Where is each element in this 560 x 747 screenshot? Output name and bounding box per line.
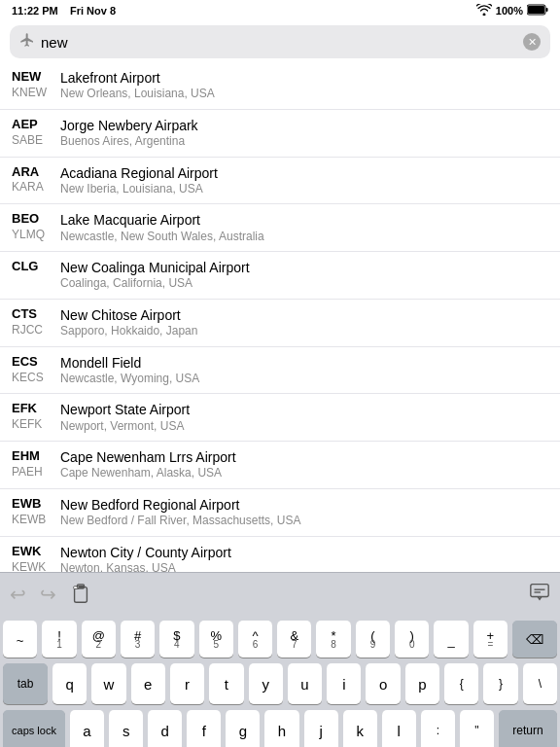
list-item[interactable]: ARA KARA Acadiana Regional Airport New I…	[0, 158, 560, 205]
airport-codes: CLG	[12, 259, 60, 275]
status-indicators: 100%	[476, 4, 548, 18]
key-l[interactable]: l	[382, 710, 416, 747]
airport-list: NEW KNEW Lakefront Airport New Orleans, …	[0, 62, 560, 572]
key-w[interactable]: w	[91, 663, 125, 704]
list-item[interactable]: BEO YLMQ Lake Macquarie Airport Newcastl…	[0, 204, 560, 252]
list-item[interactable]: EFK KEFK Newport State Airport Newport, …	[0, 394, 560, 442]
key-rparen[interactable]: )0	[395, 621, 429, 658]
key-lparen[interactable]: (9	[356, 621, 390, 658]
search-clear-button[interactable]: ✕	[523, 33, 541, 51]
airport-iata: NEW	[12, 69, 60, 86]
key-at[interactable]: @2	[82, 621, 116, 658]
airport-name: Newport State Airport	[60, 401, 548, 418]
paste-button[interactable]	[70, 584, 91, 605]
airport-info: Mondell Field Newcastle, Wyoming, USA	[60, 354, 548, 387]
key-plus[interactable]: +=	[473, 621, 508, 658]
status-time-date: 11:22 PM Fri Nov 8	[12, 5, 116, 17]
key-j[interactable]: j	[304, 710, 338, 747]
key-y[interactable]: y	[249, 663, 283, 704]
capslock-key[interactable]: caps lock	[3, 710, 65, 747]
status-time: 11:22 PM	[12, 5, 58, 17]
key-u[interactable]: u	[288, 663, 322, 704]
key-hash[interactable]: #3	[121, 621, 155, 658]
airport-info: Lake Macquarie Airport Newcastle, New So…	[60, 211, 548, 244]
delete-key[interactable]: ⌫	[512, 621, 557, 658]
airport-name: New Chitose Airport	[60, 306, 548, 324]
key-i[interactable]: i	[327, 663, 361, 704]
key-k[interactable]: k	[343, 710, 377, 747]
airport-location: Cape Newenham, Alaska, USA	[60, 466, 548, 481]
list-item[interactable]: ECS KECS Mondell Field Newcastle, Wyomin…	[0, 347, 560, 395]
airport-location: Newton, Kansas, USA	[60, 561, 548, 572]
undo-button[interactable]: ↩	[10, 583, 26, 606]
redo-button[interactable]: ↪	[40, 583, 56, 606]
key-lbrace[interactable]: {	[444, 663, 478, 704]
key-tilde[interactable]: ~	[3, 621, 37, 658]
airport-name: New Coalinga Municipal Airport	[60, 259, 548, 276]
list-item[interactable]: AEP SABE Jorge Newbery Airpark Buenos Ai…	[0, 110, 560, 158]
airport-location: Sapporo, Hokkaido, Japan	[60, 324, 548, 339]
key-colon[interactable]: :	[421, 710, 455, 747]
keyboard: ~ !1 @2 #3 $4 %5 ^6 &7 *8 (9 )0 _ += ⌫ t…	[0, 615, 560, 747]
airport-info: Acadiana Regional Airport New Iberia, Lo…	[60, 164, 548, 197]
airport-location: Newcastle, Wyoming, USA	[60, 372, 548, 387]
airport-icao: SABE	[12, 133, 60, 149]
list-item[interactable]: CLG New Coalinga Municipal Airport Coali…	[0, 252, 560, 300]
key-q[interactable]: q	[52, 663, 87, 704]
airport-info: Newton City / County Airport Newton, Kan…	[60, 544, 548, 572]
list-item[interactable]: NEW KNEW Lakefront Airport New Orleans, …	[0, 62, 560, 110]
key-r[interactable]: r	[170, 663, 204, 704]
key-p[interactable]: p	[405, 663, 439, 704]
key-dollar[interactable]: $4	[159, 621, 193, 658]
airport-info: Newport State Airport Newport, Vermont, …	[60, 401, 548, 434]
airport-info: New Coalinga Municipal Airport Coalinga,…	[60, 259, 548, 292]
key-star[interactable]: *8	[316, 621, 350, 658]
key-caret[interactable]: ^6	[238, 621, 272, 658]
airport-location: Buenos Aires, Argentina	[60, 134, 548, 150]
airport-icao: RJCC	[12, 323, 60, 338]
airport-icao: KARA	[12, 180, 60, 196]
key-percent[interactable]: %5	[199, 621, 233, 658]
key-pipe[interactable]: \	[523, 663, 557, 704]
status-bar: 11:22 PM Fri Nov 8 100%	[0, 0, 560, 21]
key-s[interactable]: s	[109, 710, 143, 747]
search-input[interactable]: new	[41, 34, 523, 51]
list-item[interactable]: EHM PAEH Cape Newenham Lrrs Airport Cape…	[0, 442, 560, 489]
key-f[interactable]: f	[187, 710, 221, 747]
airport-codes: CTS RJCC	[12, 306, 60, 338]
airport-icao: YLMQ	[12, 228, 60, 243]
key-o[interactable]: o	[366, 663, 400, 704]
airport-iata: CTS	[12, 306, 60, 323]
return-key[interactable]: return	[499, 710, 557, 747]
airport-name: Cape Newenham Lrrs Airport	[60, 448, 548, 466]
keyboard-toolbar: ↩ ↪	[0, 572, 560, 615]
airport-iata: ARA	[12, 164, 60, 181]
key-rbrace[interactable]: }	[483, 663, 517, 704]
list-item[interactable]: EWB KEWB New Bedford Regional Airport Ne…	[0, 489, 560, 537]
key-g[interactable]: g	[226, 710, 260, 747]
key-h[interactable]: h	[264, 710, 298, 747]
list-item[interactable]: CTS RJCC New Chitose Airport Sapporo, Ho…	[0, 300, 560, 347]
airport-info: New Bedford Regional Airport New Bedford…	[60, 496, 548, 529]
key-amp[interactable]: &7	[277, 621, 311, 658]
key-e[interactable]: e	[131, 663, 165, 704]
key-d[interactable]: d	[148, 710, 182, 747]
keyboard-dismiss-button[interactable]	[529, 581, 550, 607]
svg-rect-2	[546, 8, 548, 12]
list-item[interactable]: EWK KEWK Newton City / County Airport Ne…	[0, 537, 560, 572]
search-bar[interactable]: new ✕	[10, 25, 550, 58]
key-minus[interactable]: _	[434, 621, 468, 658]
airport-name: Newton City / County Airport	[60, 544, 548, 561]
airport-icao: KEWK	[12, 560, 60, 572]
key-exclaim[interactable]: !1	[42, 621, 76, 658]
key-quote[interactable]: "	[460, 710, 494, 747]
airport-codes: EWB KEWB	[12, 496, 60, 527]
airport-codes: BEO YLMQ	[12, 211, 60, 242]
key-t[interactable]: t	[209, 663, 243, 704]
airport-location: Coalinga, California, USA	[60, 276, 548, 292]
airport-iata: ECS	[12, 354, 60, 371]
tab-key[interactable]: tab	[3, 663, 48, 704]
key-a[interactable]: a	[70, 710, 104, 747]
airport-name: Jorge Newbery Airpark	[60, 117, 548, 134]
airport-codes: ARA KARA	[12, 164, 60, 196]
